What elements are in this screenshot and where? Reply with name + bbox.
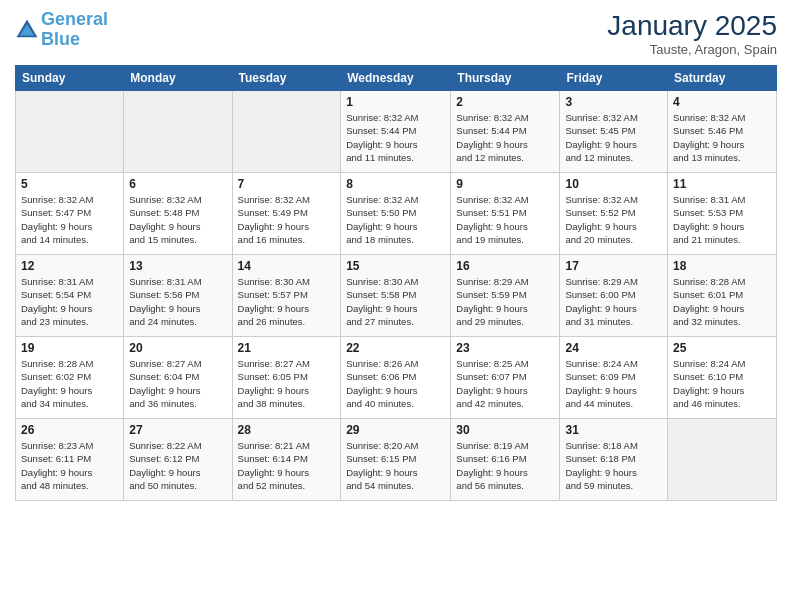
weekday-header-monday: Monday (124, 66, 232, 91)
day-number: 13 (129, 259, 226, 273)
day-info: Sunrise: 8:31 AM Sunset: 5:53 PM Dayligh… (673, 193, 771, 246)
day-number: 15 (346, 259, 445, 273)
day-info: Sunrise: 8:32 AM Sunset: 5:47 PM Dayligh… (21, 193, 118, 246)
day-info: Sunrise: 8:19 AM Sunset: 6:16 PM Dayligh… (456, 439, 554, 492)
day-info: Sunrise: 8:25 AM Sunset: 6:07 PM Dayligh… (456, 357, 554, 410)
day-number: 18 (673, 259, 771, 273)
day-cell: 31Sunrise: 8:18 AM Sunset: 6:18 PM Dayli… (560, 419, 668, 501)
day-info: Sunrise: 8:21 AM Sunset: 6:14 PM Dayligh… (238, 439, 336, 492)
week-row-4: 19Sunrise: 8:28 AM Sunset: 6:02 PM Dayli… (16, 337, 777, 419)
day-cell: 9Sunrise: 8:32 AM Sunset: 5:51 PM Daylig… (451, 173, 560, 255)
weekday-header-tuesday: Tuesday (232, 66, 341, 91)
day-number: 25 (673, 341, 771, 355)
day-cell: 26Sunrise: 8:23 AM Sunset: 6:11 PM Dayli… (16, 419, 124, 501)
weekday-header-row: SundayMondayTuesdayWednesdayThursdayFrid… (16, 66, 777, 91)
day-number: 20 (129, 341, 226, 355)
day-cell (124, 91, 232, 173)
day-info: Sunrise: 8:18 AM Sunset: 6:18 PM Dayligh… (565, 439, 662, 492)
location: Tauste, Aragon, Spain (607, 42, 777, 57)
day-info: Sunrise: 8:23 AM Sunset: 6:11 PM Dayligh… (21, 439, 118, 492)
day-info: Sunrise: 8:32 AM Sunset: 5:51 PM Dayligh… (456, 193, 554, 246)
day-info: Sunrise: 8:28 AM Sunset: 6:01 PM Dayligh… (673, 275, 771, 328)
day-cell: 27Sunrise: 8:22 AM Sunset: 6:12 PM Dayli… (124, 419, 232, 501)
day-cell: 6Sunrise: 8:32 AM Sunset: 5:48 PM Daylig… (124, 173, 232, 255)
day-info: Sunrise: 8:32 AM Sunset: 5:46 PM Dayligh… (673, 111, 771, 164)
day-cell (668, 419, 777, 501)
day-cell: 10Sunrise: 8:32 AM Sunset: 5:52 PM Dayli… (560, 173, 668, 255)
page: General Blue January 2025 Tauste, Aragon… (0, 0, 792, 612)
day-info: Sunrise: 8:28 AM Sunset: 6:02 PM Dayligh… (21, 357, 118, 410)
weekday-header-thursday: Thursday (451, 66, 560, 91)
day-number: 19 (21, 341, 118, 355)
header: General Blue January 2025 Tauste, Aragon… (15, 10, 777, 57)
day-number: 9 (456, 177, 554, 191)
day-number: 2 (456, 95, 554, 109)
day-info: Sunrise: 8:31 AM Sunset: 5:54 PM Dayligh… (21, 275, 118, 328)
day-number: 14 (238, 259, 336, 273)
week-row-3: 12Sunrise: 8:31 AM Sunset: 5:54 PM Dayli… (16, 255, 777, 337)
day-info: Sunrise: 8:27 AM Sunset: 6:04 PM Dayligh… (129, 357, 226, 410)
day-cell (232, 91, 341, 173)
day-cell: 16Sunrise: 8:29 AM Sunset: 5:59 PM Dayli… (451, 255, 560, 337)
day-cell: 13Sunrise: 8:31 AM Sunset: 5:56 PM Dayli… (124, 255, 232, 337)
day-number: 21 (238, 341, 336, 355)
day-number: 4 (673, 95, 771, 109)
logo-text: General Blue (41, 10, 108, 50)
day-number: 28 (238, 423, 336, 437)
day-cell: 12Sunrise: 8:31 AM Sunset: 5:54 PM Dayli… (16, 255, 124, 337)
day-number: 27 (129, 423, 226, 437)
day-info: Sunrise: 8:32 AM Sunset: 5:49 PM Dayligh… (238, 193, 336, 246)
day-cell: 20Sunrise: 8:27 AM Sunset: 6:04 PM Dayli… (124, 337, 232, 419)
day-cell: 23Sunrise: 8:25 AM Sunset: 6:07 PM Dayli… (451, 337, 560, 419)
logo-icon (15, 18, 39, 42)
day-info: Sunrise: 8:29 AM Sunset: 6:00 PM Dayligh… (565, 275, 662, 328)
day-number: 7 (238, 177, 336, 191)
day-cell: 15Sunrise: 8:30 AM Sunset: 5:58 PM Dayli… (341, 255, 451, 337)
day-cell: 5Sunrise: 8:32 AM Sunset: 5:47 PM Daylig… (16, 173, 124, 255)
day-number: 3 (565, 95, 662, 109)
month-title: January 2025 (607, 10, 777, 42)
day-info: Sunrise: 8:24 AM Sunset: 6:10 PM Dayligh… (673, 357, 771, 410)
day-info: Sunrise: 8:20 AM Sunset: 6:15 PM Dayligh… (346, 439, 445, 492)
weekday-header-saturday: Saturday (668, 66, 777, 91)
weekday-header-friday: Friday (560, 66, 668, 91)
day-cell: 19Sunrise: 8:28 AM Sunset: 6:02 PM Dayli… (16, 337, 124, 419)
day-cell: 28Sunrise: 8:21 AM Sunset: 6:14 PM Dayli… (232, 419, 341, 501)
logo-line2: Blue (41, 29, 80, 49)
day-info: Sunrise: 8:32 AM Sunset: 5:50 PM Dayligh… (346, 193, 445, 246)
day-cell: 2Sunrise: 8:32 AM Sunset: 5:44 PM Daylig… (451, 91, 560, 173)
day-cell: 24Sunrise: 8:24 AM Sunset: 6:09 PM Dayli… (560, 337, 668, 419)
day-cell: 25Sunrise: 8:24 AM Sunset: 6:10 PM Dayli… (668, 337, 777, 419)
week-row-2: 5Sunrise: 8:32 AM Sunset: 5:47 PM Daylig… (16, 173, 777, 255)
day-info: Sunrise: 8:32 AM Sunset: 5:48 PM Dayligh… (129, 193, 226, 246)
day-number: 11 (673, 177, 771, 191)
weekday-header-wednesday: Wednesday (341, 66, 451, 91)
day-number: 5 (21, 177, 118, 191)
day-cell (16, 91, 124, 173)
day-info: Sunrise: 8:32 AM Sunset: 5:45 PM Dayligh… (565, 111, 662, 164)
day-number: 24 (565, 341, 662, 355)
day-number: 30 (456, 423, 554, 437)
day-number: 1 (346, 95, 445, 109)
day-cell: 17Sunrise: 8:29 AM Sunset: 6:00 PM Dayli… (560, 255, 668, 337)
day-info: Sunrise: 8:29 AM Sunset: 5:59 PM Dayligh… (456, 275, 554, 328)
day-number: 26 (21, 423, 118, 437)
day-cell: 4Sunrise: 8:32 AM Sunset: 5:46 PM Daylig… (668, 91, 777, 173)
day-cell: 7Sunrise: 8:32 AM Sunset: 5:49 PM Daylig… (232, 173, 341, 255)
day-info: Sunrise: 8:31 AM Sunset: 5:56 PM Dayligh… (129, 275, 226, 328)
day-cell: 22Sunrise: 8:26 AM Sunset: 6:06 PM Dayli… (341, 337, 451, 419)
day-number: 23 (456, 341, 554, 355)
day-info: Sunrise: 8:32 AM Sunset: 5:44 PM Dayligh… (456, 111, 554, 164)
day-cell: 30Sunrise: 8:19 AM Sunset: 6:16 PM Dayli… (451, 419, 560, 501)
logo-line1: General (41, 9, 108, 29)
day-number: 8 (346, 177, 445, 191)
day-info: Sunrise: 8:30 AM Sunset: 5:57 PM Dayligh… (238, 275, 336, 328)
day-number: 22 (346, 341, 445, 355)
day-info: Sunrise: 8:27 AM Sunset: 6:05 PM Dayligh… (238, 357, 336, 410)
day-number: 17 (565, 259, 662, 273)
day-cell: 3Sunrise: 8:32 AM Sunset: 5:45 PM Daylig… (560, 91, 668, 173)
day-number: 12 (21, 259, 118, 273)
day-cell: 11Sunrise: 8:31 AM Sunset: 5:53 PM Dayli… (668, 173, 777, 255)
day-info: Sunrise: 8:22 AM Sunset: 6:12 PM Dayligh… (129, 439, 226, 492)
day-cell: 29Sunrise: 8:20 AM Sunset: 6:15 PM Dayli… (341, 419, 451, 501)
